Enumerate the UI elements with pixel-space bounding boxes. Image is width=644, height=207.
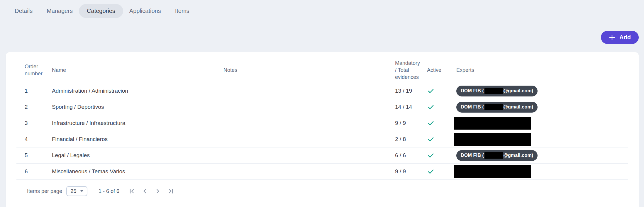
tab-applications[interactable]: Applications [129,8,161,14]
cell-active [419,152,448,159]
table-header-row: Order number Name Notes Mandatory / Tota… [16,57,628,83]
cell-active [419,135,448,143]
cell-name: Financial / Financieros [44,136,215,142]
cell-active [419,87,448,95]
cell-evidences: 6 / 6 [387,152,419,159]
paginator: Items per page 25 1 - 6 of 6 [16,180,628,203]
expert-chip-suffix: @gmail.com) [503,104,533,110]
table-row[interactable]: 4 Financial / Financieros 2 / 8 [16,131,628,147]
table-row[interactable]: 3 Infrastructure / Infraestructura 9 / 9 [16,115,628,131]
cell-experts: DOM FIB (@gmail.com) [448,102,628,113]
page-size-value: 25 [71,188,77,194]
page-range-label: 1 - 6 of 6 [99,188,119,194]
table-row[interactable]: 6 Miscellaneous / Temas Varios 9 / 9 [16,164,628,180]
plus-icon [609,34,615,41]
table-row[interactable]: 1 Administration / Administracion 13 / 1… [16,83,628,99]
first-page-icon[interactable] [128,187,136,195]
cell-active [419,168,448,175]
check-icon [427,87,435,95]
cell-experts [448,133,628,146]
expert-chip-prefix: DOM FIB ( [461,88,484,94]
check-icon [427,135,435,143]
column-header-experts: Experts [448,67,628,74]
cell-name: Miscellaneous / Temas Varios [44,168,215,175]
cell-evidences: 2 / 8 [387,136,419,142]
cell-experts [448,165,628,178]
cell-order-number: 3 [16,120,44,126]
cell-name: Administration / Administracion [44,88,215,94]
cell-order-number: 4 [16,136,44,142]
cell-evidences: 14 / 14 [387,104,419,110]
cell-order-number: 5 [16,152,44,159]
pager-buttons [128,187,174,195]
cell-evidences: 13 / 19 [387,88,419,94]
cell-evidences: 9 / 9 [387,120,419,126]
redacted-expert-text [484,152,503,159]
cell-order-number: 1 [16,88,44,94]
check-icon [427,168,435,175]
chevron-left-icon[interactable] [141,187,149,195]
redacted-expert-text [484,88,503,94]
tab-categories[interactable]: Categories [79,4,123,18]
cell-name: Sporting / Deportivos [44,104,215,110]
cell-experts: DOM FIB (@gmail.com) [448,150,628,161]
expert-chip[interactable]: DOM FIB (@gmail.com) [456,102,538,113]
column-header-order-number: Order number [16,63,44,77]
redacted-expert-block [454,165,531,178]
cell-order-number: 2 [16,104,44,110]
tab-managers[interactable]: Managers [47,8,73,14]
last-page-icon[interactable] [167,187,174,195]
tab-details[interactable]: Details [15,8,33,14]
add-button-label: Add [619,34,631,41]
items-per-page-label: Items per page [27,188,62,194]
expert-chip-suffix: @gmail.com) [503,153,533,158]
cell-evidences: 9 / 9 [387,168,419,175]
check-icon [427,103,435,111]
tab-bar: Details Managers Categories Applications… [0,0,644,22]
check-icon [427,152,435,159]
toolbar: Add [0,31,644,44]
column-header-notes: Notes [215,67,387,74]
add-button[interactable]: Add [601,31,639,44]
column-header-active: Active [419,67,448,74]
cell-active [419,103,448,111]
table-row[interactable]: 5 Legal / Legales 6 / 6 DOM FIB (@gmail.… [16,147,628,164]
redacted-expert-text [484,104,503,110]
expert-chip[interactable]: DOM FIB (@gmail.com) [456,86,538,96]
table-body: 1 Administration / Administracion 13 / 1… [16,83,628,180]
cell-experts: DOM FIB (@gmail.com) [448,86,628,96]
column-header-name: Name [44,67,215,74]
table-row[interactable]: 2 Sporting / Deportivos 14 / 14 DOM FIB … [16,99,628,115]
chevron-right-icon[interactable] [154,187,162,195]
redacted-expert-block [454,133,531,146]
column-header-evidences: Mandatory / Total evidences [387,60,419,81]
cell-order-number: 6 [16,168,44,175]
caret-down-icon [80,190,83,192]
categories-table-card: Order number Name Notes Mandatory / Tota… [6,52,639,207]
page-size-select[interactable]: 25 [66,186,87,196]
cell-active [419,119,448,127]
cell-experts [448,117,628,130]
cell-name: Legal / Legales [44,152,215,159]
cell-name: Infrastructure / Infraestructura [44,120,215,126]
expert-chip[interactable]: DOM FIB (@gmail.com) [456,150,538,161]
expert-chip-prefix: DOM FIB ( [461,104,484,110]
check-icon [427,119,435,127]
tab-items[interactable]: Items [175,8,189,14]
expert-chip-prefix: DOM FIB ( [461,153,484,158]
redacted-expert-block [454,117,531,130]
expert-chip-suffix: @gmail.com) [503,88,533,94]
